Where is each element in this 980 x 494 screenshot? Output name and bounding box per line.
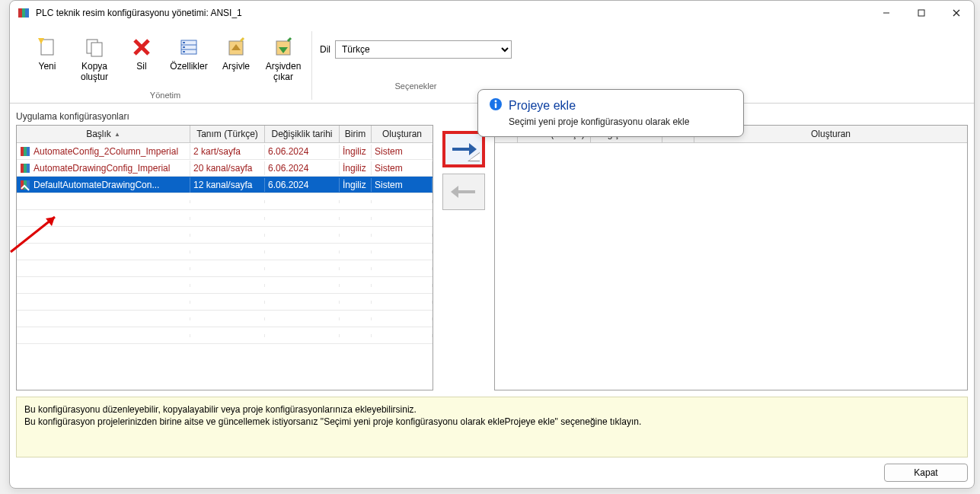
right-grid: ı..▲ Tanım (Türkçe) Değişiklik tarihi Bi… — [494, 125, 968, 390]
info-icon — [489, 97, 503, 113]
row-title: AutomateConfig_2Column_Imperial — [34, 146, 178, 157]
archive-icon — [224, 35, 248, 59]
svg-rect-27 — [24, 164, 27, 173]
body-area: Uygulama konfigürasyonları Başlık▲ Tanım… — [10, 104, 974, 488]
svg-marker-35 — [451, 186, 458, 198]
config-icon — [20, 145, 32, 158]
add-to-project-button[interactable] — [442, 131, 485, 167]
svg-rect-23 — [21, 147, 24, 156]
table-row[interactable]: AutomateDrawingConfig_Imperial20 kanal/s… — [17, 160, 433, 177]
remove-from-project-button[interactable] — [442, 174, 485, 210]
svg-rect-7 — [41, 40, 53, 55]
unarchive-button[interactable]: Arşivden çıkar — [263, 31, 304, 86]
table-row-empty — [17, 260, 433, 277]
left-grid: Başlık▲ Tanım (Türkçe) Değişiklik tarihi… — [16, 125, 433, 390]
language-label: Dil — [320, 44, 330, 55]
table-row-empty — [17, 311, 433, 327]
svg-rect-25 — [27, 147, 30, 156]
row-title: DefaultAutomateDrawingCon... — [34, 180, 159, 190]
svg-rect-4 — [918, 10, 924, 16]
callout-title: Projeye ekle — [509, 99, 576, 113]
titlebar: PLC teknik resim konfigürasyonu yönetimi… — [10, 1, 974, 25]
svg-rect-2 — [25, 8, 29, 18]
info-line-1: Bu konfigürasyonu düzenleyebilir, kopyal… — [24, 403, 959, 416]
svg-rect-10 — [91, 43, 102, 56]
properties-icon — [177, 35, 201, 59]
minimize-button[interactable] — [869, 1, 904, 25]
table-row[interactable]: DefaultAutomateDrawingCon...12 kanal/say… — [17, 177, 433, 193]
left-grid-header: Başlık▲ Tanım (Türkçe) Değişiklik tarihi… — [17, 126, 433, 143]
new-icon — [35, 35, 59, 59]
table-row-empty — [17, 244, 433, 260]
window-title: PLC teknik resim konfigürasyonu yönetimi… — [36, 8, 869, 18]
svg-rect-17 — [183, 46, 185, 48]
archive-button[interactable]: Arşivle — [215, 31, 257, 86]
panes: Başlık▲ Tanım (Türkçe) Değişiklik tarihi… — [16, 125, 968, 390]
app-window: PLC teknik resim konfigürasyonu yönetimi… — [9, 0, 975, 489]
row-unit: İngiliz — [340, 178, 372, 192]
app-icon — [18, 7, 30, 19]
row-unit: İngiliz — [340, 145, 372, 158]
info-line-2: Bu konfigürasyon projelerinizden birine … — [24, 416, 959, 428]
new-button[interactable]: Yeni — [27, 31, 68, 86]
config-icon — [20, 162, 32, 174]
col-title[interactable]: Başlık▲ — [17, 126, 190, 142]
unarchive-icon — [271, 35, 295, 59]
sort-asc-icon: ▲ — [114, 131, 120, 138]
ribbon-group-manage: Yeni Kopya oluştur Sil Özellikler Arşivl… — [19, 31, 312, 100]
svg-rect-28 — [27, 164, 30, 173]
ribbon-group-manage-label: Yönetim — [150, 91, 180, 100]
close-window-button[interactable] — [939, 1, 974, 25]
table-row-empty — [17, 227, 433, 244]
copy-icon — [82, 35, 107, 59]
row-date: 6.06.2024 — [265, 161, 340, 175]
col-creator[interactable]: Oluşturan — [372, 126, 433, 142]
tooltip-callout: Projeye ekle Seçimi yeni proje konfigüra… — [477, 89, 744, 137]
row-date: 6.06.2024 — [265, 178, 340, 192]
svg-rect-18 — [183, 51, 185, 53]
row-unit: İngiliz — [340, 161, 372, 175]
svg-rect-26 — [21, 164, 24, 173]
row-creator: Sistem — [372, 145, 433, 158]
table-row-empty — [17, 210, 433, 227]
transfer-buttons — [439, 125, 488, 390]
language-select[interactable]: Türkçe — [335, 40, 512, 59]
row-desc: 12 kanal/sayfa — [190, 178, 265, 192]
delete-icon — [129, 35, 154, 59]
maximize-button[interactable] — [904, 1, 939, 25]
table-row-empty — [17, 327, 433, 344]
svg-rect-38 — [495, 104, 496, 109]
col-desc[interactable]: Tanım (Türkçe) — [190, 126, 265, 142]
col-date[interactable]: Değişiklik tarihi — [265, 126, 340, 142]
properties-button[interactable]: Özellikler — [168, 31, 209, 86]
table-row-empty — [17, 294, 433, 311]
copy-button[interactable]: Kopya oluştur — [74, 31, 115, 86]
row-title: AutomateDrawingConfig_Imperial — [34, 163, 170, 174]
left-grid-body: AutomateConfig_2Column_Imperial2 kart/sa… — [17, 143, 433, 390]
svg-rect-24 — [24, 147, 27, 156]
info-box: Bu konfigürasyonu düzenleyebilir, kopyal… — [16, 397, 968, 457]
svg-rect-16 — [183, 42, 185, 43]
svg-rect-1 — [22, 8, 25, 18]
row-desc: 2 kart/sayfa — [190, 145, 265, 158]
row-creator: Sistem — [372, 178, 433, 192]
row-desc: 20 kanal/sayfa — [190, 161, 265, 175]
callout-desc: Seçimi yeni proje konfigürasyonu olarak … — [509, 116, 733, 127]
table-row-empty — [17, 277, 433, 294]
table-row-empty — [17, 193, 433, 210]
row-date: 6.06.2024 — [265, 145, 340, 158]
svg-point-37 — [495, 100, 497, 103]
ribbon-group-options-label: Seçenekler — [394, 81, 436, 91]
footer: Kapat — [16, 457, 968, 482]
right-grid-body — [495, 143, 967, 390]
col-unit[interactable]: Birim — [340, 126, 372, 142]
row-creator: Sistem — [372, 161, 433, 175]
table-row[interactable]: AutomateConfig_2Column_Imperial2 kart/sa… — [17, 143, 433, 160]
close-button[interactable]: Kapat — [884, 464, 968, 482]
delete-button[interactable]: Sil — [121, 31, 162, 86]
config-icon — [20, 179, 32, 191]
svg-rect-0 — [18, 8, 22, 18]
